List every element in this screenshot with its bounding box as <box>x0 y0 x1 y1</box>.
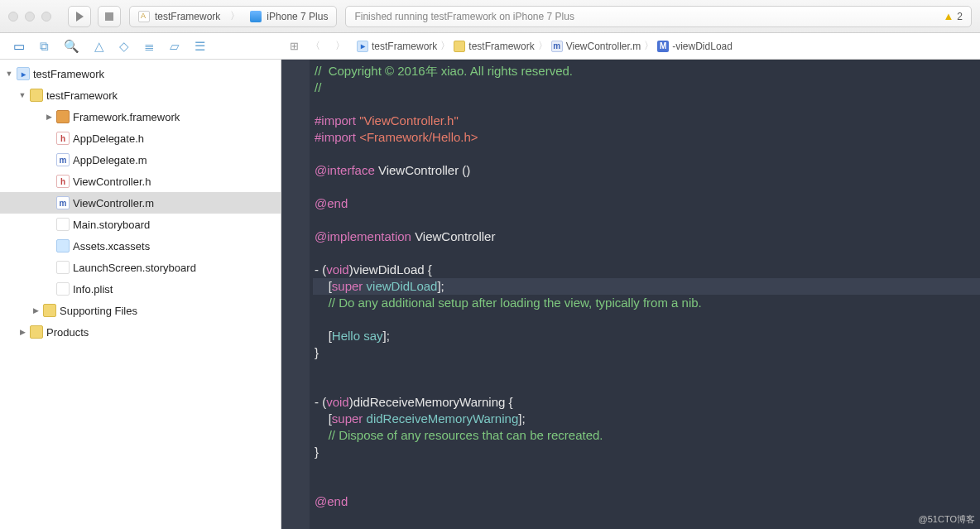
code-line: // Copyright © 2016年 xiao. All rights re… <box>313 63 980 79</box>
project-navigator-icon[interactable]: ▭ <box>13 39 25 54</box>
tree-item[interactable]: Assets.xcassets <box>0 235 281 257</box>
tree-label: Products <box>46 326 89 339</box>
code-line <box>313 477 980 493</box>
project-icon: ▸ <box>17 67 30 80</box>
jump-bar-path[interactable]: ▸ testFramework 〉 testFramework 〉 m View… <box>357 39 733 53</box>
method-icon: M <box>657 41 669 52</box>
code-line: } <box>313 444 980 460</box>
warning-icon: ▲ <box>943 10 954 22</box>
play-icon <box>76 12 84 22</box>
code-line <box>313 378 980 394</box>
file-tree: ▸ testFramework testFramework Framework.… <box>0 60 281 343</box>
sb-icon <box>56 261 70 274</box>
tree-root[interactable]: ▸ testFramework <box>0 63 281 84</box>
objc-file-icon: m <box>551 41 563 52</box>
device-icon <box>250 11 262 22</box>
folder-icon <box>30 89 43 102</box>
tree-item[interactable]: Info.plist <box>0 278 281 300</box>
jb-file: ViewController.m <box>566 41 641 52</box>
code-line: @end <box>313 195 980 212</box>
navigator-selector: ▭ ⧉ 🔍 △ ◇ ≣ ▱ ☰ <box>0 33 281 59</box>
code-line: } <box>313 344 980 361</box>
warning-count: 2 <box>957 11 963 22</box>
test-navigator-icon[interactable]: ◇ <box>119 39 129 54</box>
symbol-navigator-icon[interactable]: ⧉ <box>40 39 49 54</box>
disclosure-icon[interactable] <box>5 70 13 78</box>
issues-badge[interactable]: ▲ 2 <box>943 10 963 22</box>
jump-bar: ⊞ 〈 〉 ▸ testFramework 〉 testFramework 〉 … <box>281 33 980 59</box>
stop-icon <box>105 12 113 21</box>
tree-item[interactable]: mViewController.m <box>0 192 281 214</box>
code-line: [Hello say]; <box>313 328 980 344</box>
tree-label: Main.storyboard <box>73 219 150 231</box>
disclosure-icon[interactable] <box>45 113 53 121</box>
main-split: ▸ testFramework testFramework Framework.… <box>0 60 980 529</box>
tree-label: ViewController.m <box>73 197 154 209</box>
code-line: [super didReceiveMemoryWarning]; <box>313 411 980 427</box>
tree-item[interactable]: Products <box>0 321 281 343</box>
scheme-target: testFramework <box>155 11 220 22</box>
forward-button[interactable]: 〉 <box>332 39 348 53</box>
minimize-window-icon[interactable] <box>25 12 35 22</box>
breakpoint-navigator-icon[interactable]: ▱ <box>170 39 180 54</box>
code-line <box>313 96 980 113</box>
code-line: - (void)didReceiveMemoryWarning { <box>313 394 980 411</box>
tree-label: ViewController.h <box>73 176 151 188</box>
code-line: @end <box>313 493 980 510</box>
tree-item[interactable]: mAppDelegate.m <box>0 149 281 171</box>
navigator-bar: ▭ ⧉ 🔍 △ ◇ ≣ ▱ ☰ ⊞ 〈 〉 ▸ testFramework 〉 … <box>0 33 980 60</box>
code-line <box>313 212 980 228</box>
disclosure-icon[interactable] <box>18 91 26 99</box>
issue-navigator-icon[interactable]: △ <box>94 39 104 54</box>
zoom-window-icon[interactable] <box>41 12 51 22</box>
scheme-selector[interactable]: testFramework 〉 iPhone 7 Plus <box>129 6 337 27</box>
related-items-icon[interactable]: ⊞ <box>290 40 299 52</box>
folder-icon <box>454 41 465 52</box>
report-navigator-icon[interactable]: ☰ <box>195 39 205 54</box>
back-button[interactable]: 〈 <box>307 39 324 53</box>
code-line: @implementation ViewController <box>313 228 980 245</box>
tree-label: Info.plist <box>73 283 113 296</box>
folder-icon <box>30 325 43 339</box>
jb-folder: testFramework <box>468 41 534 52</box>
tree-item[interactable]: Main.storyboard <box>0 214 281 235</box>
tree-item[interactable]: LaunchScreen.storyboard <box>0 257 281 278</box>
disclosure-icon[interactable] <box>18 328 26 336</box>
chevron-right-icon: 〉 <box>644 39 654 53</box>
code-line: #import <Framework/Hello.h> <box>313 129 980 146</box>
code-line: // <box>313 79 980 96</box>
code-line <box>313 245 980 262</box>
code-line: // Do any additional setup after loading… <box>313 295 980 311</box>
sb-icon <box>56 218 70 231</box>
close-window-icon[interactable] <box>8 12 18 22</box>
tree-label: Assets.xcassets <box>73 240 150 252</box>
m-icon: m <box>56 196 70 209</box>
tree-group[interactable]: testFramework <box>0 84 281 106</box>
editor-gutter <box>281 60 310 529</box>
run-button[interactable] <box>68 6 91 27</box>
code-line <box>313 179 980 195</box>
code-area[interactable]: // Copyright © 2016年 xiao. All rights re… <box>310 60 980 529</box>
tree-item[interactable]: hAppDelegate.h <box>0 127 281 149</box>
code-line: // Dispose of any resources that can be … <box>313 427 980 444</box>
code-line <box>313 460 980 477</box>
find-navigator-icon[interactable]: 🔍 <box>64 39 79 54</box>
jb-symbol: -viewDidLoad <box>672 41 733 52</box>
tree-item[interactable]: Supporting Files <box>0 300 281 321</box>
tree-label: Supporting Files <box>60 305 137 317</box>
disclosure-icon[interactable] <box>31 306 40 315</box>
code-line: @interface ViewController () <box>313 162 980 179</box>
source-editor[interactable]: // Copyright © 2016年 xiao. All rights re… <box>281 60 980 529</box>
tree-label: testFramework <box>33 68 104 80</box>
debug-navigator-icon[interactable]: ≣ <box>144 39 155 54</box>
window-controls <box>8 12 51 22</box>
xc-icon <box>56 239 70 252</box>
app-icon <box>138 11 150 22</box>
activity-text: Finished running testFramework on iPhone… <box>354 11 574 22</box>
code-line <box>313 361 980 378</box>
tree-label: AppDelegate.m <box>73 154 147 166</box>
tree-item[interactable]: Framework.framework <box>0 106 281 127</box>
activity-viewer[interactable]: Finished running testFramework on iPhone… <box>345 6 972 27</box>
tree-item[interactable]: hViewController.h <box>0 171 281 192</box>
stop-button[interactable] <box>98 6 121 27</box>
